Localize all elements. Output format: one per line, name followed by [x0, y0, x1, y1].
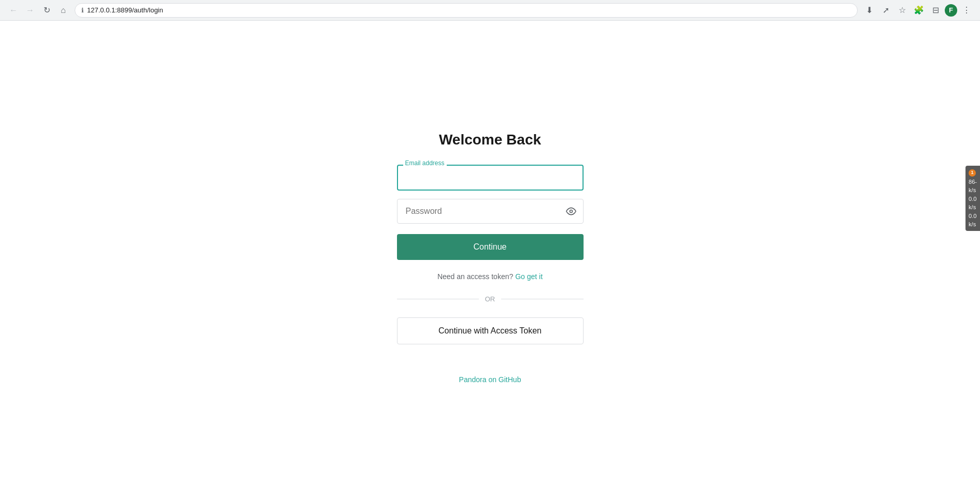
extensions-button[interactable]: 🧩 [912, 3, 926, 18]
email-input[interactable] [397, 165, 584, 191]
divider-line-left [397, 299, 479, 299]
toggle-password-button[interactable] [566, 206, 576, 216]
divider: OR [397, 295, 584, 303]
url-text: 127.0.0.1:8899/auth/login [87, 6, 163, 14]
profile-button[interactable]: F [945, 4, 957, 17]
back-button[interactable]: ← [6, 3, 21, 18]
continue-button[interactable]: Continue [397, 234, 584, 260]
home-button[interactable]: ⌂ [56, 3, 70, 18]
bookmark-button[interactable]: ☆ [895, 3, 910, 18]
widget-download: 0.0 [969, 212, 977, 221]
page-content: Welcome Back Email address Continue [0, 21, 980, 494]
widget-badge: 1 [969, 169, 976, 177]
reload-button[interactable]: ↻ [39, 3, 54, 18]
browser-menu-button[interactable]: ⊟ [928, 3, 943, 18]
address-bar[interactable]: ℹ 127.0.0.1:8899/auth/login [75, 3, 858, 18]
svg-point-0 [570, 210, 572, 212]
login-form: Email address Continue Need an access to… [397, 165, 584, 344]
go-get-it-link[interactable]: Go get it [515, 272, 543, 281]
nav-buttons: ← → ↻ ⌂ [6, 3, 70, 18]
side-widget: 1 86- k/s 0.0 k/s 0.0 k/s [965, 166, 980, 231]
widget-upload: 0.0 [969, 195, 977, 204]
lock-icon: ℹ [81, 7, 84, 14]
page-title: Welcome Back [439, 132, 541, 148]
toolbar-right: ⬇ ➚ ☆ 🧩 ⊟ F ⋮ [862, 3, 974, 18]
more-button[interactable]: ⋮ [959, 3, 974, 18]
download-button[interactable]: ⬇ [862, 3, 876, 18]
widget-speed: 86- [969, 178, 977, 186]
access-token-prompt: Need an access token? Go get it [397, 272, 584, 281]
access-token-button[interactable]: Continue with Access Token [397, 317, 584, 344]
access-token-prompt-text: Need an access token? [437, 272, 513, 281]
browser-chrome: ← → ↻ ⌂ ℹ 127.0.0.1:8899/auth/login ⬇ ➚ … [0, 0, 980, 21]
password-input[interactable] [397, 199, 584, 224]
email-label: Email address [403, 159, 447, 167]
email-field-wrapper: Email address [397, 165, 584, 191]
divider-line-right [501, 299, 583, 299]
password-field-wrapper [397, 199, 584, 224]
login-container: Welcome Back Email address Continue [397, 132, 584, 384]
share-button[interactable]: ➚ [878, 3, 893, 18]
forward-button[interactable]: → [23, 3, 37, 18]
divider-text: OR [485, 295, 495, 303]
github-link[interactable]: Pandora on GitHub [459, 375, 521, 384]
